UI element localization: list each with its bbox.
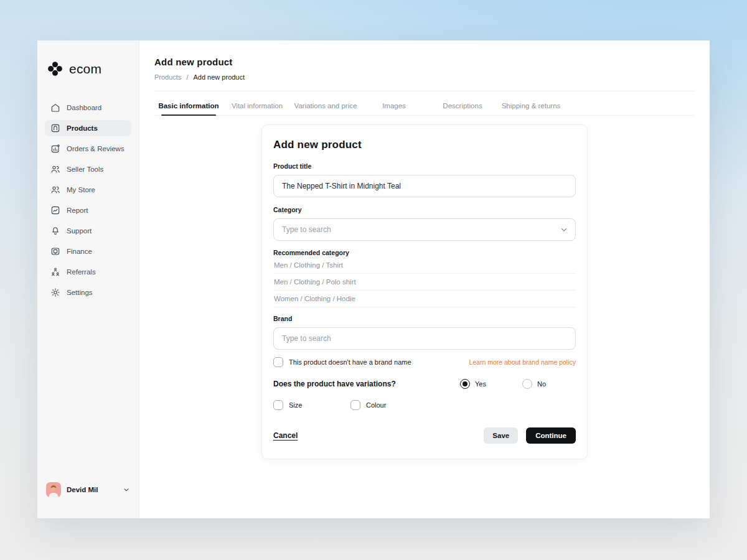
add-product-card: Add new product Product title Category (261, 124, 588, 459)
recommended-option[interactable]: Men / Clothing / Polo shirt (273, 274, 576, 291)
recommended-category-list: Recommended category Men / Clothing / Ts… (273, 249, 576, 307)
size-checkbox[interactable] (273, 400, 283, 410)
colour-option[interactable]: Colour (350, 400, 428, 410)
sidebar-item-referrals[interactable]: Referrals (45, 264, 131, 280)
variations-question-row: Does the product have variations? Yes No (273, 379, 576, 389)
report-icon (50, 205, 60, 215)
category-label: Category (273, 206, 576, 213)
sidebar-item-label: Dashboard (67, 104, 101, 111)
app-window: ecom Dashboard Products Orders & Reviews (37, 40, 710, 518)
orders-icon (50, 144, 60, 154)
product-title-group: Product title (273, 162, 576, 197)
brand-search-input[interactable] (273, 327, 576, 350)
breadcrumb-products[interactable]: Products (154, 73, 181, 81)
brand-group: Brand (273, 315, 576, 350)
home-icon (50, 103, 60, 113)
page-title: Add new product (154, 57, 695, 67)
support-icon (50, 226, 60, 236)
user-name: Devid Mil (67, 486, 98, 493)
clover-logo-icon (47, 60, 63, 77)
colour-label: Colour (366, 401, 386, 409)
sidebar-item-label: Report (67, 207, 88, 214)
radio-selected-icon (460, 379, 470, 389)
avatar (46, 482, 61, 497)
variation-options-row: Size Colour (273, 400, 576, 410)
tab-basic-information[interactable]: Basic information (154, 96, 223, 115)
tab-variations-and-price[interactable]: Variations and price (291, 96, 360, 115)
tab-descriptions[interactable]: Descriptions (428, 96, 497, 115)
continue-button[interactable]: Continue (526, 427, 576, 444)
sidebar-item-products[interactable]: Products (45, 120, 131, 136)
sidebar-item-my-store[interactable]: My Store (45, 182, 131, 198)
variations-question: Does the product have variations? (273, 380, 396, 388)
product-title-input[interactable] (273, 175, 576, 197)
sidebar: ecom Dashboard Products Orders & Reviews (37, 40, 139, 518)
sidebar-item-label: My Store (67, 186, 95, 194)
breadcrumb-separator: / (186, 73, 188, 81)
sidebar-item-report[interactable]: Report (45, 202, 131, 218)
settings-icon (50, 287, 60, 297)
products-icon (50, 123, 60, 133)
sidebar-item-label: Products (67, 124, 98, 132)
breadcrumb: Products / Add new product (154, 73, 695, 81)
brand-policy-link[interactable]: Learn more about brand name policy (469, 358, 576, 366)
tab-bar: Basic information Vital information Vari… (154, 96, 695, 116)
no-label: No (537, 380, 546, 388)
sidebar-nav: Dashboard Products Orders & Reviews Sell… (45, 100, 131, 301)
header-divider (154, 91, 695, 91)
sidebar-item-dashboard[interactable]: Dashboard (45, 100, 131, 116)
recommended-category-label: Recommended category (273, 249, 576, 256)
users-icon (50, 164, 60, 174)
variations-no-radio[interactable]: No (522, 379, 546, 389)
brand-name: ecom (69, 62, 101, 77)
product-title-label: Product title (273, 162, 576, 170)
main-panel: Add new product Products / Add new produ… (139, 40, 710, 518)
variations-yes-radio[interactable]: Yes (460, 379, 486, 389)
size-label: Size (289, 401, 302, 409)
no-brand-label: This product doesn't have a brand name (289, 358, 411, 366)
category-select[interactable] (273, 218, 576, 241)
brand-label: Brand (273, 315, 576, 322)
tab-images[interactable]: Images (360, 96, 428, 115)
breadcrumb-current: Add new product (193, 73, 245, 81)
sidebar-item-label: Support (67, 227, 92, 235)
sidebar-item-label: Finance (67, 248, 92, 255)
save-button[interactable]: Save (484, 427, 518, 444)
sidebar-item-settings[interactable]: Settings (45, 284, 131, 301)
user-menu[interactable]: Devid Mil (45, 482, 131, 497)
content-area: Add new product Product title Category (154, 116, 695, 518)
size-option[interactable]: Size (273, 400, 350, 410)
variations-radio-group: Yes No (460, 379, 546, 389)
tab-shipping-returns[interactable]: Shipping & returns (497, 96, 565, 115)
radio-unselected-icon (522, 379, 532, 389)
brand-logo: ecom (45, 60, 131, 77)
sidebar-item-support[interactable]: Support (45, 223, 131, 239)
form-footer: Cancel Save Continue (273, 426, 576, 446)
sidebar-item-label: Orders & Reviews (67, 145, 125, 152)
finance-icon (50, 246, 60, 256)
sidebar-item-seller-tools[interactable]: Seller Tools (45, 161, 131, 177)
referrals-icon (50, 267, 60, 277)
users-icon (50, 185, 60, 195)
recommended-option[interactable]: Men / Clothing / Tshirt (273, 257, 576, 274)
card-heading: Add new product (273, 139, 576, 151)
sidebar-item-label: Referrals (67, 268, 96, 276)
tab-vital-information[interactable]: Vital information (223, 96, 291, 115)
category-group: Category (273, 206, 576, 241)
sidebar-item-label: Seller Tools (67, 166, 103, 173)
sidebar-item-label: Settings (67, 289, 93, 296)
chevron-down-icon (123, 486, 130, 493)
recommended-option[interactable]: Women / Clothing / Hodie (273, 291, 576, 307)
sidebar-item-orders-reviews[interactable]: Orders & Reviews (45, 141, 131, 157)
colour-checkbox[interactable] (350, 400, 360, 410)
cancel-button[interactable]: Cancel (273, 431, 298, 440)
yes-label: Yes (475, 380, 486, 388)
sidebar-item-finance[interactable]: Finance (45, 243, 131, 259)
no-brand-checkbox[interactable] (273, 357, 283, 367)
no-brand-row: This product doesn't have a brand name L… (273, 357, 576, 367)
